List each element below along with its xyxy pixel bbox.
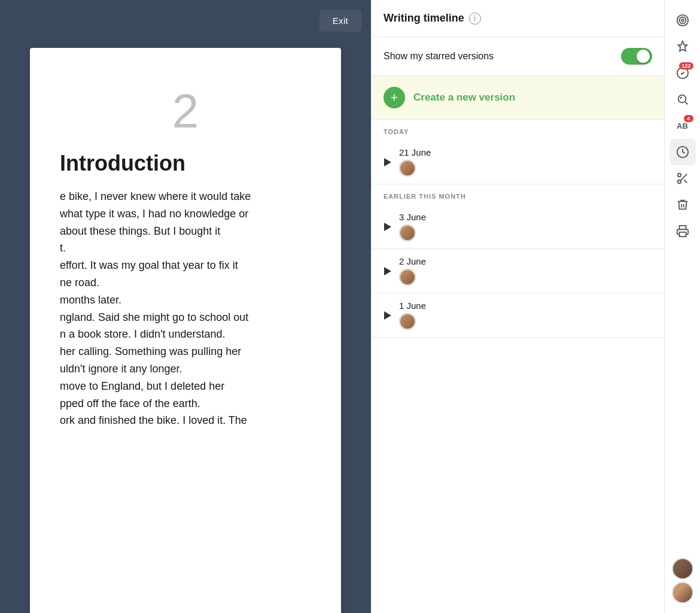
page-text-line: effort. It was my goal that year to fix … [60,257,311,274]
avatar [399,313,416,330]
avatar-face [399,160,416,177]
avatar [399,160,416,177]
version-entry[interactable]: 21 June [372,140,664,184]
plus-symbol: + [391,91,398,104]
svg-point-7 [677,180,681,184]
page-text-line: e bike, I never knew where it would take [60,188,311,205]
timeline-panel: Writing timeline i Show my starred versi… [371,0,664,613]
page-text-line: what type it was, I had no knowledge or [60,205,311,223]
page-text-line: months later. [60,292,311,309]
badge-check-badge-icon: 122 [679,62,693,69]
version-info: 3 June [399,212,426,241]
user-avatar-1-face [673,559,693,579]
play-icon [384,311,392,320]
avatar [399,224,416,241]
avatar [399,269,416,286]
avatar-face [399,224,416,241]
version-date: 2 June [399,256,426,266]
play-triangle [384,311,391,320]
avatar-face [399,313,416,330]
svg-point-4 [678,95,686,103]
info-icon[interactable]: i [469,13,481,25]
scissors-icon[interactable] [669,165,696,192]
play-triangle [384,223,391,231]
play-triangle [384,267,391,275]
section-header-today: TODAY [372,120,664,140]
page-text-line: ne road. [60,274,311,292]
version-date: 21 June [399,147,431,157]
version-date: 3 June [399,212,426,222]
play-triangle [384,158,391,166]
timeline-title: Writing timeline [384,12,464,25]
starred-versions-label: Show my starred versions [384,51,494,62]
version-info: 21 June [399,147,431,177]
page-container: 2 Introduction e bike, I never knew wher… [0,48,371,613]
svg-point-6 [677,174,681,177]
target-icon[interactable] [669,7,696,34]
page-text-line: n a book store. I didn't understand. [60,326,311,343]
sidebar-avatars-container [672,556,693,606]
play-icon [384,267,392,275]
check-badge-icon[interactable]: 122 [669,60,696,86]
play-icon [384,158,392,166]
version-entry[interactable]: 2 June [372,249,664,293]
version-entry[interactable]: 3 June [372,205,664,249]
version-date: 1 June [399,301,426,311]
page-title: Introduction [60,151,311,176]
version-info: 1 June [399,301,426,330]
page-text-line: uldn't ignore it any longer. [60,360,311,378]
timeline-header: Writing timeline i [372,0,664,37]
print-icon[interactable] [669,218,696,244]
badge-abc-icon: 4 [684,115,693,122]
avatar-face [399,269,416,286]
user-avatar-1[interactable] [672,558,693,579]
sidebar-icons-container: 122AB4 [669,7,696,244]
create-version-button[interactable]: + Create a new version [372,76,664,120]
svg-point-2 [681,19,684,22]
version-info: 2 June [399,256,426,286]
page-text-line: move to England, but I deleted her [60,378,311,395]
pin-icon[interactable] [669,34,696,60]
plus-circle-icon: + [384,87,405,108]
right-sidebar: 122AB4 [664,0,700,613]
svg-point-1 [679,17,686,24]
page-text-line: pped off the face of the earth. [60,395,311,412]
page-text-line: ork and finished the bike. I loved it. T… [60,412,311,429]
page-text-line: ngland. Said she might go to school out [60,309,311,326]
page-document: 2 Introduction e bike, I never knew wher… [30,48,341,613]
page-text-line: her calling. Something was pulling her [60,343,311,360]
section-header-earlier-this-month: EARLIER THIS MONTH [372,184,664,205]
clock-icon[interactable] [669,139,696,165]
page-number: 2 [60,84,311,139]
page-text-line: t. [60,239,311,257]
starred-versions-row: Show my starred versions [372,37,664,76]
create-version-label: Create a new version [413,92,515,104]
abc-text: AB [677,122,688,131]
version-entry[interactable]: 1 June [372,293,664,338]
abc-icon[interactable]: AB4 [669,113,696,139]
toggle-knob [637,50,650,63]
page-text-line: about these things. But I bought it [60,223,311,240]
search-refresh-icon[interactable] [669,86,696,113]
svg-line-9 [684,180,687,183]
svg-rect-10 [679,232,686,236]
exit-button[interactable]: Exit [319,10,361,32]
timeline-sections: TODAY21 JuneEARLIER THIS MONTH3 June2 Ju… [372,120,664,338]
user-avatar-2[interactable] [672,582,693,603]
editor-area: Exit 2 Introduction e bike, I never knew… [0,0,371,613]
trash-icon[interactable] [669,192,696,218]
play-icon [384,223,392,231]
starred-toggle[interactable] [621,48,652,65]
user-avatar-2-face [673,583,693,603]
page-text: e bike, I never knew where it would take… [60,188,311,429]
